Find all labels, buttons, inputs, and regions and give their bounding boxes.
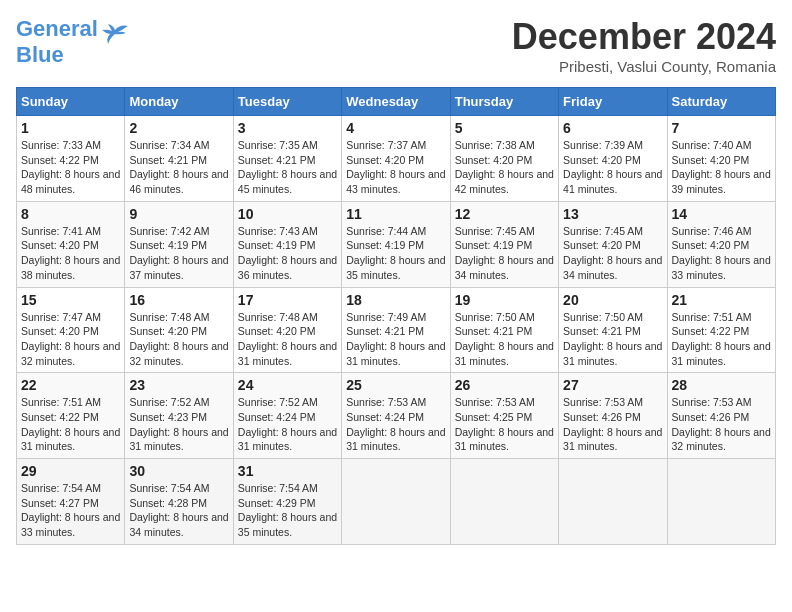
calendar-cell: 18 Sunrise: 7:49 AM Sunset: 4:21 PM Dayl… — [342, 287, 450, 373]
day-number: 17 — [238, 292, 337, 308]
day-info: Sunrise: 7:42 AM Sunset: 4:19 PM Dayligh… — [129, 224, 228, 283]
calendar-cell: 3 Sunrise: 7:35 AM Sunset: 4:21 PM Dayli… — [233, 116, 341, 202]
day-number: 10 — [238, 206, 337, 222]
calendar-cell: 16 Sunrise: 7:48 AM Sunset: 4:20 PM Dayl… — [125, 287, 233, 373]
day-number: 5 — [455, 120, 554, 136]
header-tuesday: Tuesday — [233, 88, 341, 116]
day-number: 22 — [21, 377, 120, 393]
header-sunday: Sunday — [17, 88, 125, 116]
header-saturday: Saturday — [667, 88, 775, 116]
logo-bird-icon — [100, 22, 130, 52]
day-number: 4 — [346, 120, 445, 136]
day-info: Sunrise: 7:45 AM Sunset: 4:20 PM Dayligh… — [563, 224, 662, 283]
calendar-cell: 24 Sunrise: 7:52 AM Sunset: 4:24 PM Dayl… — [233, 373, 341, 459]
day-number: 26 — [455, 377, 554, 393]
day-number: 12 — [455, 206, 554, 222]
day-info: Sunrise: 7:53 AM Sunset: 4:24 PM Dayligh… — [346, 395, 445, 454]
day-info: Sunrise: 7:41 AM Sunset: 4:20 PM Dayligh… — [21, 224, 120, 283]
day-number: 23 — [129, 377, 228, 393]
day-info: Sunrise: 7:52 AM Sunset: 4:24 PM Dayligh… — [238, 395, 337, 454]
day-info: Sunrise: 7:48 AM Sunset: 4:20 PM Dayligh… — [129, 310, 228, 369]
location: Pribesti, Vaslui County, Romania — [512, 58, 776, 75]
logo-text: GeneralBlue — [16, 16, 98, 68]
day-number: 2 — [129, 120, 228, 136]
day-number: 27 — [563, 377, 662, 393]
day-info: Sunrise: 7:50 AM Sunset: 4:21 PM Dayligh… — [455, 310, 554, 369]
calendar-cell: 11 Sunrise: 7:44 AM Sunset: 4:19 PM Dayl… — [342, 201, 450, 287]
day-info: Sunrise: 7:53 AM Sunset: 4:26 PM Dayligh… — [563, 395, 662, 454]
day-info: Sunrise: 7:49 AM Sunset: 4:21 PM Dayligh… — [346, 310, 445, 369]
calendar-cell: 8 Sunrise: 7:41 AM Sunset: 4:20 PM Dayli… — [17, 201, 125, 287]
calendar-cell: 5 Sunrise: 7:38 AM Sunset: 4:20 PM Dayli… — [450, 116, 558, 202]
day-info: Sunrise: 7:34 AM Sunset: 4:21 PM Dayligh… — [129, 138, 228, 197]
calendar-cell: 25 Sunrise: 7:53 AM Sunset: 4:24 PM Dayl… — [342, 373, 450, 459]
calendar-cell: 9 Sunrise: 7:42 AM Sunset: 4:19 PM Dayli… — [125, 201, 233, 287]
day-number: 21 — [672, 292, 771, 308]
day-info: Sunrise: 7:53 AM Sunset: 4:26 PM Dayligh… — [672, 395, 771, 454]
day-info: Sunrise: 7:54 AM Sunset: 4:29 PM Dayligh… — [238, 481, 337, 540]
day-info: Sunrise: 7:51 AM Sunset: 4:22 PM Dayligh… — [21, 395, 120, 454]
calendar-cell: 2 Sunrise: 7:34 AM Sunset: 4:21 PM Dayli… — [125, 116, 233, 202]
header-monday: Monday — [125, 88, 233, 116]
month-title: December 2024 — [512, 16, 776, 58]
calendar-cell — [667, 459, 775, 545]
calendar-cell — [342, 459, 450, 545]
calendar-cell: 12 Sunrise: 7:45 AM Sunset: 4:19 PM Dayl… — [450, 201, 558, 287]
day-info: Sunrise: 7:37 AM Sunset: 4:20 PM Dayligh… — [346, 138, 445, 197]
day-number: 6 — [563, 120, 662, 136]
day-info: Sunrise: 7:40 AM Sunset: 4:20 PM Dayligh… — [672, 138, 771, 197]
day-number: 20 — [563, 292, 662, 308]
calendar-cell: 29 Sunrise: 7:54 AM Sunset: 4:27 PM Dayl… — [17, 459, 125, 545]
calendar-cell: 26 Sunrise: 7:53 AM Sunset: 4:25 PM Dayl… — [450, 373, 558, 459]
calendar-cell: 19 Sunrise: 7:50 AM Sunset: 4:21 PM Dayl… — [450, 287, 558, 373]
day-info: Sunrise: 7:33 AM Sunset: 4:22 PM Dayligh… — [21, 138, 120, 197]
calendar-cell: 6 Sunrise: 7:39 AM Sunset: 4:20 PM Dayli… — [559, 116, 667, 202]
calendar-table: Sunday Monday Tuesday Wednesday Thursday… — [16, 87, 776, 545]
day-number: 25 — [346, 377, 445, 393]
day-number: 30 — [129, 463, 228, 479]
calendar-cell: 1 Sunrise: 7:33 AM Sunset: 4:22 PM Dayli… — [17, 116, 125, 202]
day-number: 3 — [238, 120, 337, 136]
day-number: 31 — [238, 463, 337, 479]
calendar-cell — [559, 459, 667, 545]
calendar-cell: 15 Sunrise: 7:47 AM Sunset: 4:20 PM Dayl… — [17, 287, 125, 373]
calendar-header-row: Sunday Monday Tuesday Wednesday Thursday… — [17, 88, 776, 116]
day-info: Sunrise: 7:43 AM Sunset: 4:19 PM Dayligh… — [238, 224, 337, 283]
day-info: Sunrise: 7:35 AM Sunset: 4:21 PM Dayligh… — [238, 138, 337, 197]
day-number: 8 — [21, 206, 120, 222]
calendar-cell: 4 Sunrise: 7:37 AM Sunset: 4:20 PM Dayli… — [342, 116, 450, 202]
calendar-cell: 23 Sunrise: 7:52 AM Sunset: 4:23 PM Dayl… — [125, 373, 233, 459]
day-info: Sunrise: 7:39 AM Sunset: 4:20 PM Dayligh… — [563, 138, 662, 197]
day-number: 1 — [21, 120, 120, 136]
day-number: 16 — [129, 292, 228, 308]
day-number: 18 — [346, 292, 445, 308]
calendar-cell: 13 Sunrise: 7:45 AM Sunset: 4:20 PM Dayl… — [559, 201, 667, 287]
calendar-cell: 28 Sunrise: 7:53 AM Sunset: 4:26 PM Dayl… — [667, 373, 775, 459]
day-info: Sunrise: 7:52 AM Sunset: 4:23 PM Dayligh… — [129, 395, 228, 454]
day-info: Sunrise: 7:50 AM Sunset: 4:21 PM Dayligh… — [563, 310, 662, 369]
calendar-cell: 10 Sunrise: 7:43 AM Sunset: 4:19 PM Dayl… — [233, 201, 341, 287]
calendar-week-row: 1 Sunrise: 7:33 AM Sunset: 4:22 PM Dayli… — [17, 116, 776, 202]
calendar-cell: 27 Sunrise: 7:53 AM Sunset: 4:26 PM Dayl… — [559, 373, 667, 459]
calendar-cell: 20 Sunrise: 7:50 AM Sunset: 4:21 PM Dayl… — [559, 287, 667, 373]
day-number: 24 — [238, 377, 337, 393]
calendar-cell: 7 Sunrise: 7:40 AM Sunset: 4:20 PM Dayli… — [667, 116, 775, 202]
day-number: 9 — [129, 206, 228, 222]
page-header: GeneralBlue December 2024 Pribesti, Vasl… — [16, 16, 776, 75]
day-number: 15 — [21, 292, 120, 308]
header-friday: Friday — [559, 88, 667, 116]
day-number: 28 — [672, 377, 771, 393]
title-block: December 2024 Pribesti, Vaslui County, R… — [512, 16, 776, 75]
day-info: Sunrise: 7:54 AM Sunset: 4:28 PM Dayligh… — [129, 481, 228, 540]
calendar-week-row: 29 Sunrise: 7:54 AM Sunset: 4:27 PM Dayl… — [17, 459, 776, 545]
calendar-week-row: 8 Sunrise: 7:41 AM Sunset: 4:20 PM Dayli… — [17, 201, 776, 287]
calendar-cell — [450, 459, 558, 545]
day-number: 29 — [21, 463, 120, 479]
day-number: 7 — [672, 120, 771, 136]
day-info: Sunrise: 7:54 AM Sunset: 4:27 PM Dayligh… — [21, 481, 120, 540]
day-number: 13 — [563, 206, 662, 222]
calendar-cell: 17 Sunrise: 7:48 AM Sunset: 4:20 PM Dayl… — [233, 287, 341, 373]
calendar-cell: 22 Sunrise: 7:51 AM Sunset: 4:22 PM Dayl… — [17, 373, 125, 459]
day-info: Sunrise: 7:48 AM Sunset: 4:20 PM Dayligh… — [238, 310, 337, 369]
day-number: 14 — [672, 206, 771, 222]
